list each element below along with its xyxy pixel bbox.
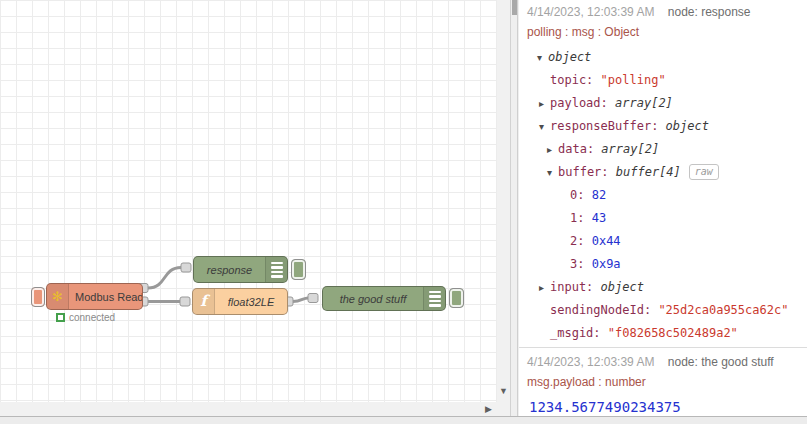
debug-tree-row: sendingNodeId: "25d2ca0a955ca62c" bbox=[527, 299, 799, 322]
sidebar-scrollbar[interactable] bbox=[511, 0, 518, 416]
node-modbus-read[interactable]: ✻ Modbus Read bbox=[46, 283, 143, 310]
tree-key: 1: bbox=[570, 211, 592, 225]
node-label: Modbus Read bbox=[69, 284, 143, 309]
status-square-icon bbox=[56, 313, 65, 322]
modbus-trigger-button[interactable] bbox=[31, 287, 45, 307]
flow-canvas[interactable]: ✻ Modbus Read connected response f float… bbox=[0, 0, 497, 402]
tree-value: "25d2ca0a955ca62c" bbox=[658, 303, 788, 317]
tree-key: input: bbox=[550, 280, 601, 294]
port-response-in[interactable] bbox=[181, 263, 191, 272]
tree-value: "polling" bbox=[601, 73, 666, 87]
node-red-editor: ✻ Modbus Read connected response f float… bbox=[0, 0, 807, 424]
message-meta: polling : msg : Object bbox=[527, 22, 799, 42]
expand-triangle-icon[interactable]: ▸ bbox=[539, 92, 550, 115]
node-label: float32LE bbox=[215, 289, 287, 314]
debug-tree-row[interactable]: ▸payload: array[2] bbox=[527, 92, 799, 115]
debug-response-toggle-button[interactable] bbox=[291, 259, 306, 280]
tree-value: 0x9a bbox=[592, 257, 621, 271]
collapse-triangle-icon[interactable]: ▾ bbox=[547, 161, 558, 184]
wire-layer bbox=[0, 0, 497, 402]
message-timestamp: 4/14/2023, 12:03:39 AM bbox=[527, 5, 654, 19]
node-function-float32le[interactable]: f float32LE bbox=[192, 288, 288, 315]
debug-tree-row[interactable]: ▸data: array[2] bbox=[527, 138, 799, 161]
status-text: connected bbox=[69, 312, 115, 323]
tree-key: 0: bbox=[570, 188, 592, 202]
tree-value: array[2] bbox=[615, 96, 673, 110]
message-timestamp: 4/14/2023, 12:03:39 AM bbox=[527, 355, 654, 369]
tree-key: responseBuffer: bbox=[550, 119, 666, 133]
tree-value: 82 bbox=[592, 188, 606, 202]
debug-tree-row[interactable]: ▾object bbox=[527, 46, 799, 69]
bottom-bar bbox=[0, 416, 807, 424]
tree-value: "f082658c502489a2" bbox=[608, 326, 738, 340]
expand-triangle-icon[interactable]: ▸ bbox=[539, 276, 550, 299]
debug-tree-row[interactable]: ▸input: object bbox=[527, 276, 799, 299]
node-label: response bbox=[194, 257, 265, 282]
debug-tree-row[interactable]: ▾responseBuffer: object bbox=[527, 115, 799, 138]
message-source-node: node: the good stuff bbox=[668, 355, 774, 369]
port-function-in[interactable] bbox=[180, 297, 190, 306]
node-debug-response[interactable]: response bbox=[193, 256, 288, 283]
debug-tree-row: 2: 0x44 bbox=[527, 230, 799, 253]
node-label: the good stuff bbox=[323, 287, 423, 310]
function-icon: f bbox=[193, 289, 215, 314]
tree-key: data: bbox=[558, 142, 601, 156]
tree-key: 2: bbox=[570, 234, 592, 248]
canvas-horizontal-scrollbar[interactable]: ▶ bbox=[0, 402, 510, 417]
collapse-triangle-icon[interactable]: ▾ bbox=[537, 46, 548, 69]
node-debug-good-stuff[interactable]: the good stuff bbox=[322, 286, 446, 311]
debug-tree-row: 3: 0x9a bbox=[527, 253, 799, 276]
tree-key: _msgid: bbox=[550, 326, 608, 340]
tree-value: buffer[4] bbox=[616, 165, 681, 179]
tree-value: object bbox=[666, 119, 709, 133]
canvas-vertical-scrollbar[interactable]: ▼ bbox=[497, 0, 510, 402]
message-object-tree: ▾objecttopic: "polling"▸payload: array[2… bbox=[527, 46, 799, 345]
sidebar-scrollbar-thumb[interactable] bbox=[512, 0, 517, 15]
expand-triangle-icon[interactable]: ▸ bbox=[547, 138, 558, 161]
modbus-icon: ✻ bbox=[47, 284, 69, 309]
tree-key: payload: bbox=[550, 96, 615, 110]
collapse-triangle-icon[interactable]: ▾ bbox=[539, 115, 550, 138]
tree-key: topic: bbox=[550, 73, 601, 87]
debug-message: 4/14/2023, 12:03:39 AM node: response po… bbox=[519, 0, 807, 348]
message-source-node: node: response bbox=[668, 5, 751, 19]
debug-message: 4/14/2023, 12:03:39 AM node: the good st… bbox=[519, 348, 807, 416]
debug-tree-row: _msgid: "f082658c502489a2" bbox=[527, 322, 799, 345]
debug-list-icon bbox=[423, 287, 445, 310]
scroll-down-arrow-icon[interactable]: ▼ bbox=[499, 386, 508, 396]
tree-key: sendingNodeId: bbox=[550, 303, 658, 317]
debug-tree-row: 1: 43 bbox=[527, 207, 799, 230]
port-good-stuff-in[interactable] bbox=[308, 294, 318, 303]
modbus-status: connected bbox=[56, 312, 115, 323]
wire-function-to-debug[interactable] bbox=[293, 298, 308, 302]
tree-value: object bbox=[548, 50, 591, 64]
wire-modbus-to-response[interactable] bbox=[148, 268, 181, 289]
message-meta: msg.payload : number bbox=[527, 372, 799, 392]
scroll-right-arrow-icon[interactable]: ▶ bbox=[485, 404, 492, 414]
message-payload-value: 1234.5677490234375 bbox=[527, 396, 799, 416]
tree-value: 43 bbox=[592, 211, 606, 225]
debug-list-icon bbox=[265, 257, 287, 282]
tree-key: buffer: bbox=[558, 165, 616, 179]
debug-good-stuff-toggle-button[interactable] bbox=[449, 288, 464, 308]
debug-tree-row[interactable]: ▾buffer: buffer[4]raw bbox=[527, 161, 799, 184]
tree-value: object bbox=[601, 280, 644, 294]
debug-tree-row: topic: "polling" bbox=[527, 69, 799, 92]
raw-toggle-button[interactable]: raw bbox=[689, 164, 719, 180]
tree-value: array[2] bbox=[601, 142, 659, 156]
debug-sidebar: 4/14/2023, 12:03:39 AM node: response po… bbox=[519, 0, 807, 416]
debug-tree-row: 0: 82 bbox=[527, 184, 799, 207]
tree-value: 0x44 bbox=[592, 234, 621, 248]
tree-key: 3: bbox=[570, 257, 592, 271]
